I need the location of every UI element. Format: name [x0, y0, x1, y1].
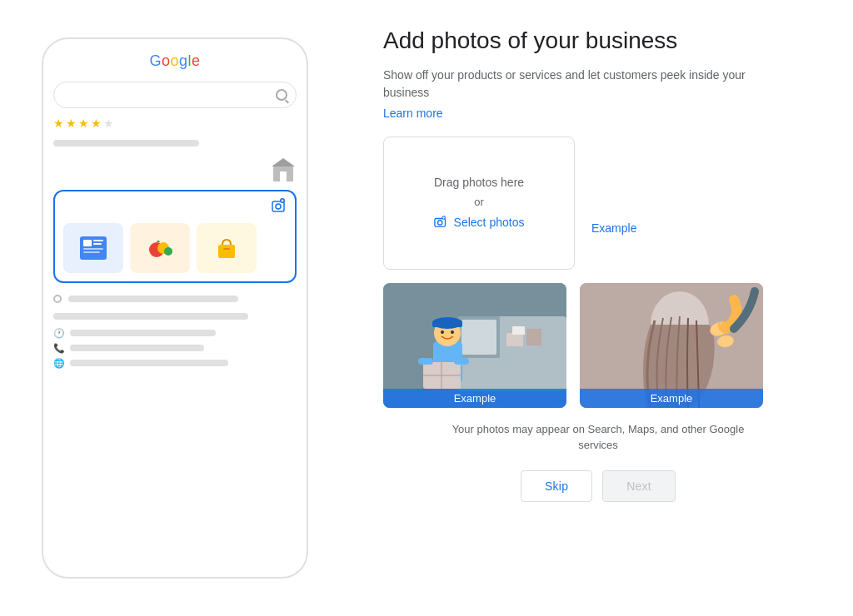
drag-text: Drag photos here: [434, 176, 524, 189]
photo-card: [53, 190, 297, 283]
svg-rect-30: [512, 326, 525, 335]
hours-line: [70, 330, 216, 336]
web-line: [70, 360, 228, 366]
svg-rect-17: [218, 245, 235, 258]
svg-rect-29: [526, 329, 541, 345]
add-photo-icon: [272, 198, 288, 219]
svg-rect-28: [506, 333, 523, 346]
svg-point-4: [276, 204, 281, 209]
search-bar: [53, 82, 297, 108]
svg-rect-13: [83, 251, 100, 253]
svg-rect-11: [93, 243, 102, 245]
example-images: Example: [383, 283, 813, 408]
info-row-phone: 📞: [53, 343, 297, 353]
placeholder-line: [53, 140, 199, 147]
action-buttons: Skip Next: [383, 470, 813, 502]
example-image-delivery: Example: [383, 283, 566, 408]
svg-rect-41: [454, 358, 469, 365]
globe-icon: 🌐: [53, 358, 63, 368]
page-title: Add photos of your business: [383, 27, 813, 55]
info-row-web: 🌐: [53, 358, 297, 368]
upload-area-row: Drag photos here or Select photos Exampl…: [383, 137, 813, 270]
svg-point-16: [164, 247, 172, 256]
skip-button[interactable]: Skip: [521, 470, 592, 502]
location-icon: [53, 295, 62, 303]
svg-point-35: [441, 330, 444, 334]
search-icon: [276, 89, 287, 101]
left-panel: Google ★ ★ ★ ★ ★: [0, 0, 350, 616]
store-icon: [270, 155, 297, 181]
svg-rect-2: [280, 171, 287, 181]
phone-line: [70, 345, 204, 351]
select-photos-label: Select photos: [454, 216, 525, 229]
subtitle: Show off your products or services and l…: [383, 67, 766, 102]
svg-point-20: [437, 221, 441, 225]
star-rating: ★ ★ ★ ★ ★: [53, 117, 297, 130]
thumb-fruit: [130, 223, 190, 273]
thumb-bag: [197, 223, 257, 273]
select-photos-button[interactable]: Select photos: [434, 215, 525, 230]
svg-marker-1: [272, 158, 295, 166]
example-image-hair: Example: [580, 283, 763, 408]
svg-rect-9: [83, 240, 92, 246]
phone-icon: 📞: [53, 343, 63, 353]
svg-rect-10: [93, 240, 103, 241]
next-button[interactable]: Next: [602, 470, 676, 502]
svg-rect-34: [432, 320, 462, 327]
example-badge-1: Example: [383, 389, 566, 408]
right-panel: Add photos of your business Show off you…: [350, 0, 853, 616]
camera-icon: [434, 215, 449, 230]
svg-rect-18: [223, 248, 230, 250]
svg-rect-19: [434, 219, 445, 227]
clock-icon: 🕐: [53, 328, 63, 338]
info-rows: 🕐 📞 🌐: [53, 328, 297, 368]
svg-rect-27: [461, 320, 496, 355]
google-logo: Google: [53, 52, 297, 70]
location-line: [68, 296, 238, 302]
svg-point-36: [451, 330, 454, 334]
thumb-news: [63, 223, 123, 273]
phone-mockup: Google ★ ★ ★ ★ ★: [42, 37, 308, 579]
example-label-side: Example: [591, 221, 636, 235]
or-text: or: [474, 196, 484, 208]
upload-box[interactable]: Drag photos here or Select photos: [383, 137, 575, 270]
example-badge-2: Example: [580, 389, 763, 408]
location-row: [53, 295, 297, 303]
photo-thumbnails: [63, 223, 287, 273]
info-row-clock: 🕐: [53, 328, 297, 338]
photo-note: Your photos may appear on Search, Maps, …: [431, 421, 765, 454]
svg-rect-12: [83, 248, 103, 250]
learn-more-link[interactable]: Learn more: [383, 107, 813, 120]
placeholder-line-2: [53, 313, 248, 320]
store-area: [53, 155, 297, 180]
svg-rect-40: [418, 358, 433, 365]
